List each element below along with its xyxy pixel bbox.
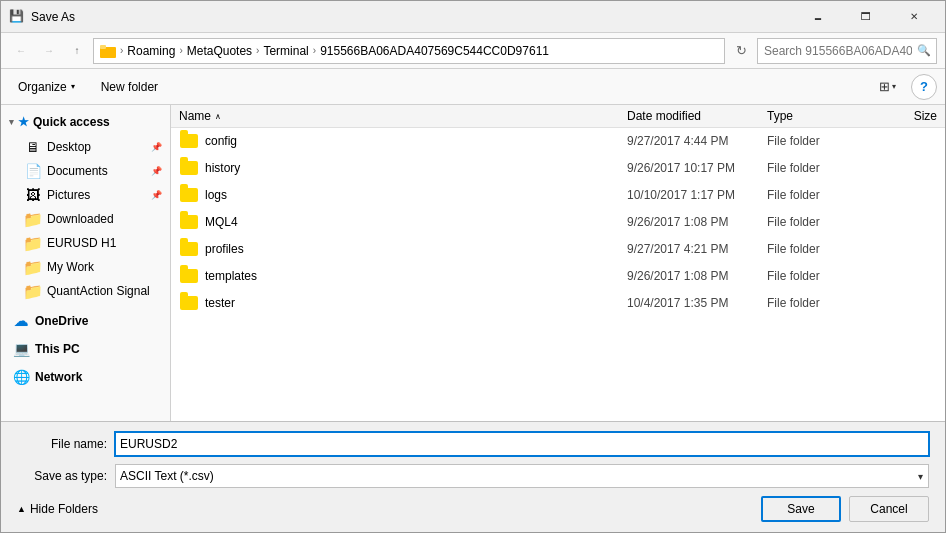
file-type-cell: File folder [767, 269, 867, 283]
breadcrumb-metaquotes[interactable]: MetaQuotes [187, 44, 252, 58]
file-name-cell: templates [205, 269, 627, 283]
column-type-header[interactable]: Type [767, 109, 867, 123]
sidebar-item-documents[interactable]: 📄 Documents 📌 [1, 159, 170, 183]
table-row[interactable]: profiles 9/27/2017 4:21 PM File folder [171, 236, 945, 263]
savetype-select[interactable]: ASCII Text (*.csv)CSV (*.csv)All Files (… [115, 464, 929, 488]
breadcrumb-hash[interactable]: 915566BA06ADA407569C544CC0D97611 [320, 44, 549, 58]
file-folder-icon [179, 239, 199, 259]
table-row[interactable]: history 9/26/2017 10:17 PM File folder [171, 155, 945, 182]
new-folder-label: New folder [101, 80, 158, 94]
sidebar-item-eurusd-label: EURUSD H1 [47, 236, 116, 250]
hide-folders-label: Hide Folders [30, 502, 98, 516]
breadcrumb-bar[interactable]: › Roaming › MetaQuotes › Terminal › 9155… [93, 38, 725, 64]
hide-folders-icon: ▲ [17, 504, 26, 514]
window-icon: 💾 [9, 9, 25, 25]
filename-label: File name: [17, 437, 107, 451]
file-folder-icon [179, 185, 199, 205]
pictures-icon: 🖼 [25, 187, 41, 203]
table-row[interactable]: logs 10/10/2017 1:17 PM File folder [171, 182, 945, 209]
date-col-label: Date modified [627, 109, 701, 123]
quick-access-star-icon: ★ [18, 115, 29, 129]
file-date-cell: 9/27/2017 4:21 PM [627, 242, 767, 256]
breadcrumb-sep-4: › [313, 45, 316, 56]
thispc-item[interactable]: 💻 This PC [1, 335, 170, 363]
sidebar-item-pictures-label: Pictures [47, 188, 90, 202]
filename-row: File name: [17, 432, 929, 456]
svg-rect-2 [100, 45, 106, 49]
onedrive-item[interactable]: ☁ OneDrive [1, 307, 170, 335]
file-type-cell: File folder [767, 215, 867, 229]
bottom-buttons-row: ▲ Hide Folders Save Cancel [17, 496, 929, 522]
file-name-cell: history [205, 161, 627, 175]
file-date-cell: 9/26/2017 1:08 PM [627, 269, 767, 283]
search-input[interactable] [757, 38, 937, 64]
breadcrumb-roaming[interactable]: Roaming [127, 44, 175, 58]
table-row[interactable]: config 9/27/2017 4:44 PM File folder [171, 128, 945, 155]
sidebar: ▾ ★ Quick access 🖥 Desktop 📌 📄 Documents… [1, 105, 171, 421]
breadcrumb-sep-3: › [256, 45, 259, 56]
column-name-header[interactable]: Name ∧ [179, 109, 627, 123]
breadcrumb-sep-2: › [179, 45, 182, 56]
sidebar-item-desktop[interactable]: 🖥 Desktop 📌 [1, 135, 170, 159]
sidebar-item-downloaded[interactable]: 📁 Downloaded [1, 207, 170, 231]
table-row[interactable]: templates 9/26/2017 1:08 PM File folder [171, 263, 945, 290]
sidebar-item-desktop-label: Desktop [47, 140, 91, 154]
filename-input[interactable] [115, 432, 929, 456]
organize-dropdown-icon: ▾ [71, 82, 75, 91]
file-type-cell: File folder [767, 242, 867, 256]
network-label: Network [35, 370, 82, 384]
search-wrapper: 🔍 [757, 38, 937, 64]
file-name-cell: profiles [205, 242, 627, 256]
bottom-section: File name: Save as type: ASCII Text (*.c… [1, 421, 945, 532]
column-date-header[interactable]: Date modified [627, 109, 767, 123]
title-bar: 💾 Save As 🗕 🗖 ✕ [1, 1, 945, 33]
close-button[interactable]: ✕ [891, 4, 937, 30]
up-button[interactable]: ↑ [65, 39, 89, 63]
new-folder-button[interactable]: New folder [92, 74, 167, 100]
downloaded-icon: 📁 [25, 211, 41, 227]
back-button[interactable]: ← [9, 39, 33, 63]
file-date-cell: 10/4/2017 1:35 PM [627, 296, 767, 310]
view-button[interactable]: ⊞ ▾ [872, 74, 903, 100]
sidebar-item-mywork[interactable]: 📁 My Work [1, 255, 170, 279]
window-title: Save As [31, 10, 795, 24]
onedrive-label: OneDrive [35, 314, 88, 328]
file-type-cell: File folder [767, 134, 867, 148]
network-item[interactable]: 🌐 Network [1, 363, 170, 391]
file-folder-icon [179, 158, 199, 178]
hide-folders-toggle[interactable]: ▲ Hide Folders [17, 502, 98, 516]
forward-button[interactable]: → [37, 39, 61, 63]
table-row[interactable]: tester 10/4/2017 1:35 PM File folder [171, 290, 945, 317]
breadcrumb-terminal[interactable]: Terminal [263, 44, 308, 58]
file-name-cell: MQL4 [205, 215, 627, 229]
save-button[interactable]: Save [761, 496, 841, 522]
maximize-button[interactable]: 🗖 [843, 4, 889, 30]
sidebar-item-quantaction-label: QuantAction Signal [47, 284, 150, 298]
sidebar-item-pictures[interactable]: 🖼 Pictures 📌 [1, 183, 170, 207]
organize-label: Organize [18, 80, 67, 94]
file-type-cell: File folder [767, 188, 867, 202]
view-dropdown-icon: ▾ [892, 82, 896, 91]
cancel-button[interactable]: Cancel [849, 496, 929, 522]
search-icon: 🔍 [917, 44, 931, 57]
sidebar-item-eurusd[interactable]: 📁 EURUSD H1 [1, 231, 170, 255]
savetype-label: Save as type: [17, 469, 107, 483]
size-col-label: Size [914, 109, 937, 123]
file-items-container: config 9/27/2017 4:44 PM File folder his… [171, 128, 945, 317]
desktop-icon: 🖥 [25, 139, 41, 155]
file-date-cell: 10/10/2017 1:17 PM [627, 188, 767, 202]
column-size-header[interactable]: Size [867, 109, 937, 123]
sidebar-item-quantaction[interactable]: 📁 QuantAction Signal [1, 279, 170, 303]
mywork-icon: 📁 [25, 259, 41, 275]
quick-access-header[interactable]: ▾ ★ Quick access [1, 109, 170, 135]
organize-button[interactable]: Organize ▾ [9, 74, 84, 100]
file-date-cell: 9/26/2017 1:08 PM [627, 215, 767, 229]
window-controls: 🗕 🗖 ✕ [795, 4, 937, 30]
file-date-cell: 9/26/2017 10:17 PM [627, 161, 767, 175]
minimize-button[interactable]: 🗕 [795, 4, 841, 30]
refresh-button[interactable]: ↻ [729, 39, 753, 63]
documents-pin-icon: 📌 [151, 166, 162, 176]
help-button[interactable]: ? [911, 74, 937, 100]
table-row[interactable]: MQL4 9/26/2017 1:08 PM File folder [171, 209, 945, 236]
address-bar: ← → ↑ › Roaming › MetaQuotes › Terminal … [1, 33, 945, 69]
